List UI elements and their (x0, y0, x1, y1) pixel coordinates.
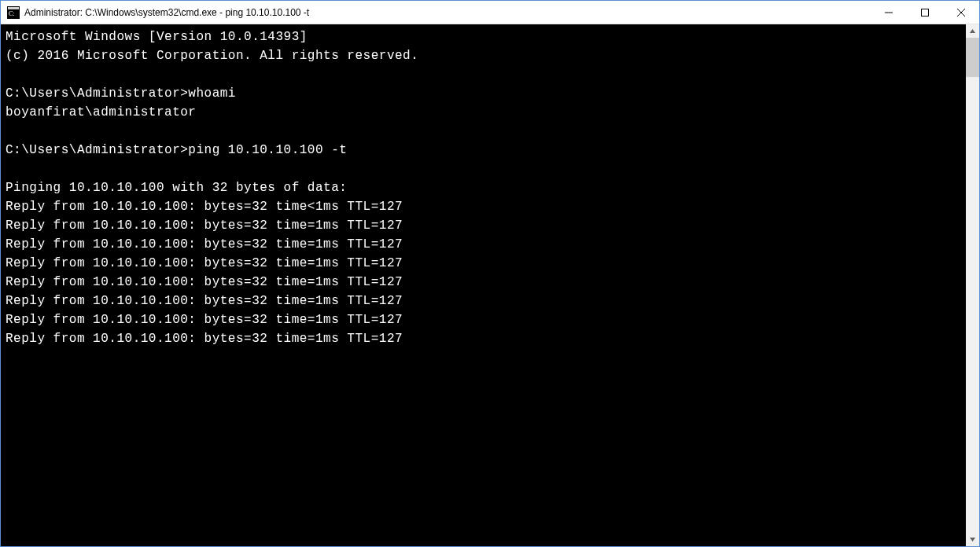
vertical-scrollbar[interactable] (966, 24, 979, 546)
cmd-icon: C: (7, 6, 20, 19)
blank-line (6, 65, 979, 84)
ping-header: Pinging 10.10.10.100 with 32 bytes of da… (6, 178, 979, 197)
prompt-whoami: C:\Users\Administrator>whoami (6, 84, 979, 103)
ping-reply: Reply from 10.10.10.100: bytes=32 time=1… (6, 273, 979, 292)
titlebar[interactable]: C: Administrator: C:\Windows\system32\cm… (1, 1, 979, 24)
svg-marker-7 (970, 29, 975, 33)
ping-reply: Reply from 10.10.10.100: bytes=32 time<1… (6, 197, 979, 216)
scroll-thumb[interactable] (966, 38, 979, 77)
command-ping: ping 10.10.10.100 -t (188, 143, 347, 157)
scroll-down-arrow-icon[interactable] (966, 533, 979, 546)
command-whoami: whoami (188, 86, 236, 101)
scroll-track[interactable] (966, 38, 979, 533)
svg-marker-8 (970, 538, 975, 541)
ping-reply: Reply from 10.10.10.100: bytes=32 time=1… (6, 292, 979, 310)
prompt-ping: C:\Users\Administrator>ping 10.10.10.100… (6, 141, 979, 160)
whoami-output: boyanfirat\administrator (6, 103, 979, 122)
scroll-up-arrow-icon[interactable] (966, 24, 979, 38)
blank-line (6, 122, 979, 141)
window-controls (871, 1, 979, 24)
maximize-button[interactable] (907, 1, 943, 24)
svg-rect-1 (8, 7, 19, 9)
minimize-button[interactable] (871, 1, 907, 24)
blank-line (6, 160, 979, 178)
svg-text:C:: C: (9, 10, 15, 17)
ping-reply: Reply from 10.10.10.100: bytes=32 time=1… (6, 254, 979, 273)
svg-rect-4 (922, 9, 929, 17)
ping-reply: Reply from 10.10.10.100: bytes=32 time=1… (6, 329, 979, 348)
window-title: Administrator: C:\Windows\system32\cmd.e… (24, 7, 871, 18)
console-area[interactable]: Microsoft Windows [Version 10.0.14393] (… (1, 24, 979, 546)
prompt-text: C:\Users\Administrator> (6, 86, 188, 101)
ping-reply: Reply from 10.10.10.100: bytes=32 time=1… (6, 216, 979, 235)
version-line: Microsoft Windows [Version 10.0.14393] (6, 28, 979, 46)
ping-reply: Reply from 10.10.10.100: bytes=32 time=1… (6, 235, 979, 254)
copyright-line: (c) 2016 Microsoft Corporation. All righ… (6, 46, 979, 65)
prompt-text: C:\Users\Administrator> (6, 143, 188, 157)
ping-reply: Reply from 10.10.10.100: bytes=32 time=1… (6, 310, 979, 329)
close-button[interactable] (943, 1, 979, 24)
